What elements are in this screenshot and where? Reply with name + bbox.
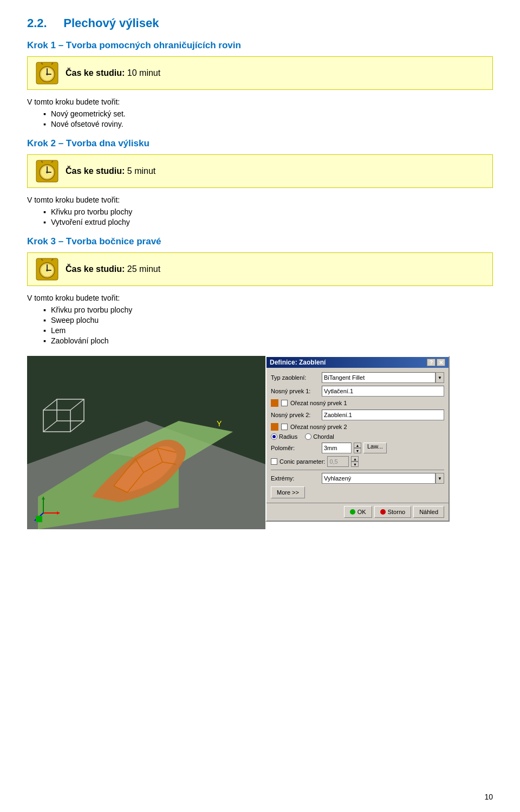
step2-time-label: Čas ke studiu: [66, 166, 125, 176]
clock-icon-3 [35, 257, 59, 281]
chordal-option[interactable]: Chordal [305, 433, 334, 440]
clock-icon-2 [35, 159, 59, 183]
step2-intro: V tomto kroku budete tvořit: [27, 196, 493, 204]
dialog-titlebar: Definice: Zaoblení ? ✕ [266, 357, 448, 368]
page-number: 10 [484, 792, 493, 801]
dialog-close-button[interactable]: ✕ [437, 359, 445, 366]
extremy-arrow-icon[interactable]: ▼ [435, 473, 444, 484]
more-row: More >> [271, 486, 444, 498]
dialog-box: Definice: Zaoblení ? ✕ Typ zaoblení: BiT… [265, 356, 450, 522]
conic-spin-up[interactable]: ▲ [351, 456, 359, 462]
radius-chordal-row: Radius Chordal [271, 433, 444, 440]
list-item: Zaoblování ploch [43, 336, 493, 345]
svg-text:Y: Y [217, 419, 222, 428]
conic-label: Conic parameter: [280, 458, 325, 465]
extremy-row: Extrémy: Vyhlazený ▼ [271, 473, 444, 484]
ok-label: OK [358, 509, 366, 515]
step2-title: Krok 2 – Tvorba dna výlisku [27, 138, 493, 149]
clock-icon-1 [35, 61, 59, 85]
step2-time-text: Čas ke studiu: 5 minut [66, 166, 155, 176]
chordal-radio[interactable] [305, 433, 311, 440]
polomer-label: Poloměr: [271, 445, 320, 451]
more-button[interactable]: More >> [271, 486, 305, 498]
orizez2-color-indicator [271, 423, 278, 431]
orizez2-row: Ořezat nosný prvek 2 [271, 423, 444, 431]
typ-arrow-icon[interactable]: ▼ [435, 372, 444, 383]
polomer-spinner: 3mm ▲ ▼ Law... [322, 443, 387, 453]
nosny2-row: Nosný prvek 2: Zaoblení.1 [271, 410, 444, 420]
step2-task-list: Křivku pro tvorbu plochy Vytvoření extru… [43, 207, 493, 226]
storno-button[interactable]: Storno [374, 506, 411, 518]
conic-arrows: ▲ ▼ [351, 456, 359, 467]
heading-title: Plechový výlisek [63, 16, 159, 30]
list-item: Křivku pro tvorbu plochy [43, 306, 493, 314]
orizez1-color-indicator [271, 399, 278, 407]
typ-row: Typ zaoblení: BiTangent Fillet ▼ [271, 372, 444, 383]
chordal-label: Chordal [313, 433, 334, 440]
radius-radio[interactable] [271, 433, 277, 440]
step2-time-box: Čas ke studiu: 5 minut [27, 154, 493, 188]
step1-title: Krok 1 – Tvorba pomocných ohraničujících… [27, 40, 493, 51]
nosny1-row: Nosný prvek 1: Vytlačení.1 [271, 386, 444, 397]
dialog-title: Definice: Zaoblení [270, 359, 326, 366]
nosny1-label: Nosný prvek 1: [271, 388, 320, 394]
step1-time-label: Čas ke studiu: [66, 68, 125, 77]
radius-label: Radius [279, 433, 297, 440]
conic-row: Conic parameter: 0,5 ▲ ▼ [271, 456, 444, 467]
orizez2-label: Ořezat nosný prvek 2 [290, 424, 347, 430]
list-item: Nový geometrický set. [43, 109, 493, 118]
nahled-button[interactable]: Náhled [413, 506, 444, 518]
list-item: Nové ofsetové roviny. [43, 120, 493, 128]
conic-checkbox[interactable] [271, 458, 277, 465]
nahled-label: Náhled [419, 509, 438, 515]
svg-rect-40 [36, 516, 42, 522]
orizez1-label: Ořezat nosný prvek 1 [290, 400, 347, 406]
orizez2-checkbox[interactable] [281, 424, 288, 430]
polomer-spin-dn[interactable]: ▼ [354, 448, 361, 453]
page-title: 2.2. Plechový výlisek [27, 16, 493, 30]
viewport-3d: Y [27, 356, 265, 529]
polomer-spin-up[interactable]: ▲ [354, 443, 361, 448]
extremy-value: Vyhlazený [322, 473, 435, 484]
law-button[interactable]: Law... [363, 443, 387, 453]
storno-icon [380, 509, 386, 515]
conic-value: 0,5 [327, 456, 349, 467]
polomer-arrows: ▲ ▼ [354, 443, 361, 453]
typ-value: BiTangent Fillet [322, 372, 435, 383]
step1-time-value: 10 minut [127, 68, 160, 77]
orizez1-row: Ořezat nosný prvek 1 [271, 399, 444, 407]
nosny1-value[interactable]: Vytlačení.1 [322, 386, 444, 397]
list-item: Vytvoření extrud plochy [43, 218, 493, 226]
dialog-separator [271, 470, 444, 470]
3d-scene-svg: Y [27, 356, 265, 529]
step1-time-box: Čas ke studiu: 10 minut [27, 56, 493, 90]
polomer-value[interactable]: 3mm [322, 443, 352, 453]
svg-point-21 [46, 269, 48, 271]
dialog-content: Typ zaoblení: BiTangent Fillet ▼ Nosný p… [266, 368, 448, 503]
step3-time-label: Čas ke studiu: [66, 264, 125, 274]
step2-time-value: 5 minut [127, 166, 155, 176]
orizez1-checkbox[interactable] [281, 400, 288, 406]
dialog-help-button[interactable]: ? [427, 359, 435, 366]
extremy-dropdown[interactable]: Vyhlazený ▼ [322, 473, 444, 484]
storno-label: Storno [388, 509, 405, 515]
step3-task-list: Křivku pro tvorbu plochy Sweep plochu Le… [43, 306, 493, 345]
step1-intro: V tomto kroku budete tvořit: [27, 98, 493, 106]
ok-button[interactable]: OK [344, 506, 372, 518]
list-item: Sweep plochu [43, 316, 493, 324]
typ-label: Typ zaoblení: [271, 374, 320, 381]
ok-icon [350, 509, 355, 515]
dialog-titlebar-buttons: ? ✕ [427, 359, 445, 366]
typ-dropdown[interactable]: BiTangent Fillet ▼ [322, 372, 444, 383]
section-number: 2.2. [27, 16, 47, 30]
conic-spin-dn[interactable]: ▼ [351, 462, 359, 467]
step1-time-text: Čas ke studiu: 10 minut [66, 68, 160, 78]
nosny2-label: Nosný prvek 2: [271, 412, 320, 418]
svg-point-5 [46, 73, 48, 75]
nosny2-value[interactable]: Zaoblení.1 [322, 410, 444, 420]
radius-option[interactable]: Radius [271, 433, 297, 440]
dialog-footer: OK Storno Náhled [266, 503, 448, 521]
step3-intro: V tomto kroku budete tvořit: [27, 294, 493, 302]
step3-title: Krok 3 – Tvorba bočnice pravé [27, 236, 493, 247]
polomer-row: Poloměr: 3mm ▲ ▼ Law... [271, 443, 444, 453]
